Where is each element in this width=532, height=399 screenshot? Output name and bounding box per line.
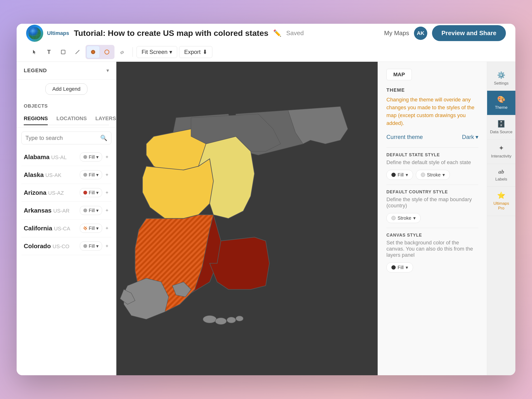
region-code: US-AR: [53, 208, 69, 214]
country-stroke-button[interactable]: Stroke ▾: [386, 213, 421, 223]
region-info: Arizona US-AZ: [24, 189, 77, 196]
labels-icon: ab: [499, 169, 504, 175]
sidebar-item-labels[interactable]: ab Labels: [487, 164, 515, 187]
fill-label: Fill: [89, 172, 95, 178]
add-legend-button[interactable]: Add Legend: [45, 83, 87, 95]
fill-chevron-icon: ▾: [96, 225, 99, 231]
fill-chevron-icon: ▾: [96, 208, 99, 213]
canvas-style-desc: Set the background color of the canvas. …: [386, 240, 478, 258]
fill-chevron-icon: ▾: [96, 190, 99, 196]
fill-badge[interactable]: Fill ▾: [80, 170, 102, 179]
search-input[interactable]: [25, 135, 97, 141]
canvas-fill-button[interactable]: Fill ▾: [386, 262, 413, 272]
rect-tool-button[interactable]: [57, 46, 69, 58]
objects-title: OBJECTS: [24, 103, 109, 109]
region-name: Alaska: [24, 171, 45, 178]
fill-label: Fill: [89, 243, 95, 249]
default-country-style-desc: Define the style of the map boundary (co…: [386, 196, 478, 209]
eraser-tool-button[interactable]: [116, 46, 129, 58]
region-pin-icon[interactable]: ✦: [105, 154, 109, 160]
logo-text: Ultimaps: [47, 30, 69, 36]
map-area[interactable]: [116, 62, 378, 375]
tab-regions[interactable]: REGIONS: [24, 113, 48, 125]
region-pin-icon[interactable]: ✦: [105, 243, 109, 249]
divider: [386, 228, 478, 228]
canvas-fill-indicator: [391, 265, 396, 270]
svg-line-5: [76, 50, 79, 54]
sidebar-item-settings[interactable]: ⚙️ Settings: [487, 66, 515, 91]
fill-badge[interactable]: Fill ▾: [80, 224, 102, 233]
region-code: US-AK: [45, 172, 61, 178]
default-state-style-desc: Define the default style of each state: [386, 159, 478, 165]
text-tool-button[interactable]: T: [43, 46, 55, 58]
region-pin-icon[interactable]: ✦: [105, 225, 109, 231]
tab-locations[interactable]: LOCATIONS: [56, 113, 87, 125]
pro-icon: ⭐: [497, 191, 505, 199]
canvas-fill-label: Fill: [398, 265, 404, 270]
svg-point-26: [215, 318, 226, 324]
state-style-controls: Fill ▾ Stroke ▾: [386, 170, 478, 180]
my-maps-link[interactable]: My Maps: [384, 29, 409, 37]
state-stroke-button[interactable]: Stroke ▾: [416, 170, 450, 180]
header-right: My Maps AK Preview and Share: [384, 25, 506, 41]
region-pin-icon[interactable]: ✦: [105, 172, 109, 178]
logo: [26, 25, 43, 42]
fill-color-dot: [83, 226, 87, 230]
right-panel: MAP THEME Changing the theme will overid…: [378, 62, 515, 375]
fit-screen-button[interactable]: Fit Screen ▾: [137, 46, 177, 58]
fill-color-dot: [83, 191, 87, 195]
region-pin-icon[interactable]: ✦: [105, 208, 109, 213]
search-box: 🔍: [21, 132, 111, 144]
fill-badge[interactable]: Fill ▾: [80, 152, 102, 162]
fill-color-dot: [83, 155, 87, 159]
edit-icon[interactable]: ✏️: [273, 29, 281, 37]
svg-point-28: [236, 316, 243, 321]
sidebar-item-theme[interactable]: 🎨 Theme: [487, 91, 515, 115]
legend-chevron-icon[interactable]: ▾: [106, 67, 109, 74]
region-code: US-AZ: [48, 190, 64, 196]
fill-color-dot: [83, 173, 87, 177]
fit-screen-chevron-icon: ▾: [169, 49, 172, 55]
theme-value-dropdown[interactable]: Dark ▾: [462, 134, 478, 140]
state-fill-button[interactable]: Fill ▾: [386, 170, 413, 180]
preview-share-button[interactable]: Preview and Share: [432, 25, 506, 41]
saved-badge: Saved: [286, 29, 304, 37]
fill-badge[interactable]: Fill ▾: [80, 188, 102, 197]
logo-area: Ultimaps: [26, 25, 69, 42]
select-tool-button[interactable]: [28, 46, 41, 58]
fill-badge[interactable]: Fill ▾: [80, 241, 102, 251]
fill-chevron-icon: ▾: [406, 172, 408, 178]
interactivity-label: Interactivity: [491, 154, 512, 159]
region-name: Colorado: [24, 242, 52, 250]
stroke-tool-button[interactable]: [100, 46, 114, 58]
icon-sidebar: ⚙️ Settings 🎨 Theme 🗄️ Data Source ✦ Int…: [487, 62, 515, 375]
objects-section: OBJECTS REGIONS LOCATIONS LAYERS: [17, 99, 116, 128]
map-svg: [116, 62, 378, 375]
sidebar-item-interactivity[interactable]: ✦ Interactivity: [487, 139, 515, 164]
theme-section-label: THEME: [386, 87, 478, 93]
map-tab[interactable]: MAP: [386, 69, 412, 80]
sidebar-item-datasource[interactable]: 🗄️ Data Source: [487, 115, 515, 139]
legend-header: LEGEND ▾: [17, 62, 116, 80]
avatar[interactable]: AK: [414, 27, 427, 40]
sidebar-item-pro[interactable]: ⭐ UltimapsPro: [487, 187, 515, 216]
line-tool-button[interactable]: [71, 46, 84, 58]
region-info: California US-CA: [24, 225, 77, 232]
region-pin-icon[interactable]: ✦: [105, 190, 109, 196]
export-button[interactable]: Export ⬇: [179, 46, 212, 58]
list-item: Alaska US-AK Fill ▾ ✦: [21, 166, 111, 184]
fill-tool-button[interactable]: [86, 46, 100, 58]
export-label: Export: [184, 49, 200, 55]
fill-stroke-tool-group: [86, 45, 114, 59]
tab-layers[interactable]: LAYERS: [95, 113, 116, 125]
fill-badge[interactable]: Fill ▾: [80, 206, 102, 215]
canvas-style-controls: Fill ▾: [386, 262, 478, 272]
theme-icon: 🎨: [497, 95, 505, 103]
svg-rect-8: [120, 51, 124, 54]
svg-rect-4: [61, 50, 65, 54]
fill-color-dot: [83, 209, 87, 212]
region-info: Arkansas US-AR: [24, 207, 77, 214]
country-stroke-chevron-icon: ▾: [413, 215, 416, 221]
state-fill-label: Fill: [398, 172, 404, 178]
theme-value-text: Dark: [462, 134, 474, 140]
